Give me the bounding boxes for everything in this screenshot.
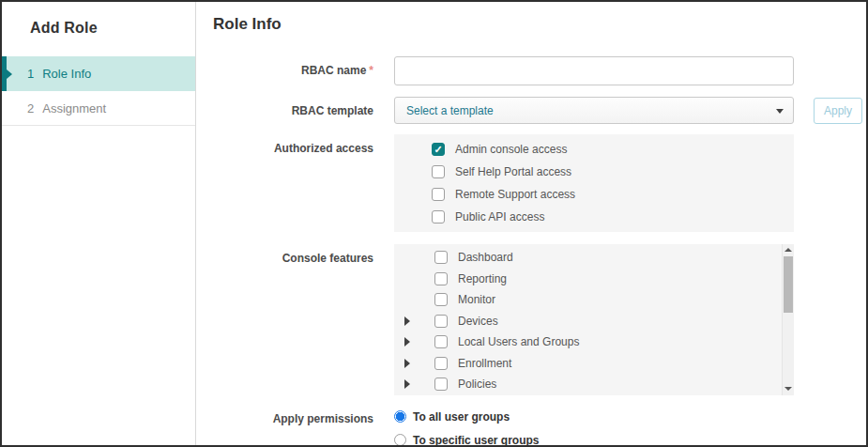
tree-label: Reporting <box>458 272 507 285</box>
expander-spacer <box>403 274 412 284</box>
tree-row-local-users-and-groups[interactable]: Local Users and Groups <box>394 331 794 353</box>
page-title: Role Info <box>213 15 866 34</box>
step-label: Assignment <box>42 101 106 116</box>
scrollbar-thumb[interactable] <box>784 256 793 313</box>
rbac-template-dropdown[interactable]: Select a template <box>394 97 794 124</box>
radio-label: To all user groups <box>413 410 510 424</box>
expander-spacer <box>403 295 412 304</box>
checkbox-dashboard[interactable] <box>434 251 448 264</box>
step-number: 2 <box>27 101 34 116</box>
expand-arrow-icon[interactable] <box>403 359 412 368</box>
step-nav: 1 Role Info 2 Assignment <box>2 56 195 126</box>
checkbox-label: Self Help Portal access <box>455 165 571 178</box>
checkbox-self-help-portal-access[interactable] <box>432 165 445 178</box>
radio-specific-user-groups[interactable] <box>394 434 406 446</box>
console-features-field: Dashboard Reporting Monitor <box>394 244 794 395</box>
rbac-name-field <box>394 56 794 85</box>
caret-down-icon <box>776 109 784 114</box>
radio-all-user-groups[interactable] <box>394 410 406 423</box>
checkbox-row-self-help-portal-access[interactable]: Self Help Portal access <box>394 161 794 183</box>
checkbox-row-remote-support-access[interactable]: Remote Support access <box>394 183 794 206</box>
tree-row-dashboard[interactable]: Dashboard <box>394 247 794 269</box>
tree-label: Devices <box>458 315 498 328</box>
checkbox-row-admin-console-access[interactable]: Admin console access <box>394 138 794 161</box>
rbac-name-label: RBAC name* <box>213 56 373 77</box>
role-info-panel: Role Info RBAC name* RBAC template Selec… <box>196 2 866 445</box>
tree-row-reporting[interactable]: Reporting <box>394 269 794 290</box>
console-features-label: Console features <box>213 244 373 265</box>
tree-label: Dashboard <box>458 251 513 264</box>
dialog-title: Add Role <box>30 20 195 37</box>
rbac-name-label-text: RBAC name <box>301 64 366 77</box>
tree-label: Enrollment <box>458 357 511 370</box>
radio-row-specific-user-groups[interactable]: To specific user groups <box>394 428 794 447</box>
expand-arrow-icon[interactable] <box>403 337 412 347</box>
scrollbar[interactable] <box>782 244 794 395</box>
sidebar-step-role-info[interactable]: 1 Role Info <box>2 56 195 91</box>
checkbox-enrollment[interactable] <box>434 357 448 370</box>
checkbox-devices[interactable] <box>434 315 448 328</box>
checkbox-label: Public API access <box>455 210 544 224</box>
checkbox-row-public-api-access[interactable]: Public API access <box>394 206 794 228</box>
rbac-template-row: RBAC template Select a template Apply <box>213 97 866 124</box>
radio-row-all-user-groups[interactable]: To all user groups <box>394 405 794 428</box>
rbac-name-row: RBAC name* <box>213 56 866 85</box>
checkbox-monitor[interactable] <box>434 293 448 306</box>
scroll-up-icon[interactable] <box>784 248 792 252</box>
rbac-template-label: RBAC template <box>213 97 373 117</box>
scroll-down-icon[interactable] <box>784 387 792 391</box>
sidebar: Add Role 1 Role Info 2 Assignment <box>2 2 196 445</box>
checkbox-local-users-and-groups[interactable] <box>434 335 448 348</box>
radio-label: To specific user groups <box>413 434 539 447</box>
console-features-row: Console features Dashboard Reporting <box>213 244 866 395</box>
tree-label: Monitor <box>458 293 495 306</box>
authorized-access-panel: Admin console access Self Help Portal ac… <box>394 134 794 232</box>
apply-permissions-field: To all user groups To specific user grou… <box>394 405 794 447</box>
apply-button[interactable]: Apply <box>814 98 862 124</box>
current-step-arrow-icon <box>2 56 7 91</box>
tree-row-enrollment[interactable]: Enrollment <box>394 353 794 375</box>
checkbox-remote-support-access[interactable] <box>432 188 445 201</box>
checkbox-policies[interactable] <box>434 378 448 391</box>
tree-label: Local Users and Groups <box>458 335 579 348</box>
sidebar-step-assignment[interactable]: 2 Assignment <box>2 91 195 126</box>
expander-spacer <box>403 253 412 262</box>
authorized-access-label: Authorized access <box>213 134 373 155</box>
authorized-access-field: Admin console access Self Help Portal ac… <box>394 134 794 232</box>
rbac-template-field: Select a template <box>394 97 794 124</box>
expand-arrow-icon[interactable] <box>403 316 412 326</box>
tree-row-devices[interactable]: Devices <box>394 311 794 332</box>
expand-arrow-icon[interactable] <box>403 379 412 389</box>
checkbox-label: Remote Support access <box>455 188 575 201</box>
rbac-template-selected-value: Select a template <box>406 104 494 117</box>
tree-row-policies[interactable]: Policies <box>394 374 794 395</box>
authorized-access-row: Authorized access Admin console access S… <box>213 134 866 232</box>
tree-label: Policies <box>458 378 496 391</box>
checkbox-admin-console-access[interactable] <box>432 143 445 156</box>
step-number: 1 <box>27 67 34 81</box>
checkbox-label: Admin console access <box>455 143 567 156</box>
apply-permissions-label: Apply permissions <box>213 405 373 425</box>
step-label: Role Info <box>42 67 91 81</box>
checkbox-public-api-access[interactable] <box>432 210 445 224</box>
rbac-name-input[interactable] <box>394 56 794 85</box>
apply-permissions-row: Apply permissions To all user groups To … <box>213 405 866 447</box>
role-info-form: RBAC name* RBAC template Select a templa… <box>213 56 866 447</box>
tree-row-monitor[interactable]: Monitor <box>394 289 794 311</box>
add-role-dialog: Add Role 1 Role Info 2 Assignment Role I… <box>0 0 868 447</box>
required-asterisk: * <box>369 64 373 77</box>
console-features-panel: Dashboard Reporting Monitor <box>394 244 794 395</box>
checkbox-reporting[interactable] <box>434 272 448 285</box>
